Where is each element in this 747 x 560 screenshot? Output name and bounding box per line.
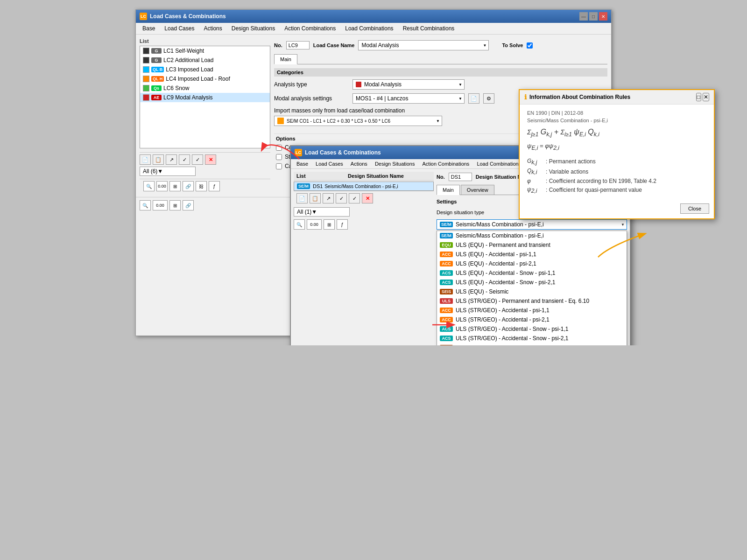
menu-design-situations[interactable]: Design Situations: [227, 23, 280, 34]
info-maximize-btn[interactable]: □: [696, 93, 701, 101]
menu-load-combinations[interactable]: Load Combinations: [340, 23, 398, 34]
inner-grid2-btn[interactable]: ⊞: [324, 219, 335, 230]
check2-btn[interactable]: ✓: [192, 154, 203, 165]
bottom-icon-toolbar: 🔍 0.00 ⊞ 🔗 ⛓ ƒ: [140, 179, 270, 193]
dropdown-item-acs4[interactable]: ACS ULS (STR/GEO) - Accidental - Snow - …: [437, 334, 627, 343]
inner-menu-design-situations[interactable]: Design Situations: [371, 159, 419, 168]
new-item-btn[interactable]: 📄: [140, 154, 151, 165]
dropdown-item-equ[interactable]: EQU ULS (EQU) - Permanent and transient: [437, 240, 627, 250]
info-formula1: Σj≥1 Gk,j + Σi≥1 ψE,i Qk,i: [527, 128, 706, 138]
inner-export-btn[interactable]: ↗: [323, 193, 334, 203]
selected-type-combo[interactable]: SE/M Seismic/Mass Combination - psi-E,i …: [437, 219, 627, 230]
list-item[interactable]: Qs LC6 Snow: [140, 84, 270, 93]
main-search-btn[interactable]: 🔍: [140, 200, 151, 210]
inner-delete-btn[interactable]: ✕: [362, 193, 373, 203]
dropdown-item-acc4[interactable]: ACC ULS (STR/GEO) - Accidental - psi-2,1: [437, 315, 627, 324]
import-dropdown[interactable]: SE/M CO1 - LC1 + LC2 + 0.30 * LC3 + 0.50…: [274, 116, 442, 126]
menu-action-combinations[interactable]: Action Combinations: [280, 23, 340, 34]
copy-item-btn[interactable]: 📋: [153, 154, 164, 165]
chain-btn[interactable]: ⛓: [196, 181, 207, 191]
ds-item-id: DS1: [313, 183, 323, 189]
swatch-lc3: [143, 66, 149, 73]
main-grid-btn[interactable]: ⊞: [169, 200, 181, 210]
lc2-name: LC2 Additional Load: [163, 57, 213, 63]
inner-filter-label: All (1): [297, 209, 311, 215]
list-item-selected[interactable]: AE LC9 Modal Analysis: [140, 93, 270, 102]
tag-lc9: AE: [151, 95, 162, 100]
inner-copy-btn[interactable]: 📋: [310, 193, 321, 203]
inner-tab-main[interactable]: Main: [437, 185, 460, 195]
maximize-button[interactable]: □: [589, 12, 598, 21]
minimize-button[interactable]: —: [579, 12, 588, 21]
inner-search-btn[interactable]: 🔍: [294, 219, 305, 230]
to-solve-checkbox[interactable]: [527, 42, 533, 49]
left-panel: List G LC1 Self-Weight G LC2 Additional …: [140, 38, 270, 193]
modal-settings-edit[interactable]: 📄: [468, 93, 479, 104]
list-item[interactable]: QL B LC3 Imposed Load: [140, 65, 270, 74]
close-button[interactable]: ✕: [599, 12, 607, 21]
dropdown-item-acc1[interactable]: ACC ULS (EQU) - Accidental - psi-1,1: [437, 250, 627, 259]
dropdown-item-seis2[interactable]: SEIS ULS (STR/GEO) - Seismic: [437, 343, 627, 345]
inner-new-btn[interactable]: 📄: [296, 193, 308, 203]
grid-btn[interactable]: ⊞: [169, 181, 181, 191]
dropdown-item-acc3[interactable]: ACC ULS (STR/GEO) - Accidental - psi-1,1: [437, 306, 627, 315]
inner-check-btn[interactable]: ✓: [336, 193, 347, 203]
load-case-name-dropdown[interactable]: Modal Analysis ▼: [358, 40, 489, 50]
ds-list-item[interactable]: SE/M DS1 Seismic/Mass Combination - psi-…: [294, 182, 433, 190]
inner-icon-toolbar: 🔍 0.00 ⊞ ƒ: [294, 219, 434, 230]
modal-settings-dropdown[interactable]: MOS1 - #4 | Lanczos ▼: [352, 93, 465, 104]
dropdown-item-sem1[interactable]: SE/M Seismic/Mass Combination - psi-E,i: [437, 231, 627, 240]
inner-filter-dropdown[interactable]: All (1) ▼: [294, 207, 350, 217]
dropdown-item-acs3[interactable]: ACS ULS (STR/GEO) - Accidental - Snow - …: [437, 324, 627, 334]
dropdown-item-uls[interactable]: ULS ULS (STR/GEO) - Permanent and transi…: [437, 296, 627, 306]
dropdown-item-seis1[interactable]: SEIS ULS (EQU) - Seismic: [437, 287, 627, 296]
conserv-checkbox[interactable]: [276, 145, 282, 151]
menu-load-cases[interactable]: Load Cases: [160, 23, 199, 34]
import-value: SE/M CO1 - LC1 + LC2 + 0.30 * LC3 + 0.50…: [287, 119, 390, 124]
inner-num-btn[interactable]: 0.00: [307, 219, 322, 230]
inner-no-input[interactable]: [449, 173, 472, 181]
inner-tab-overview[interactable]: Overview: [461, 185, 494, 195]
inner-menu-actions[interactable]: Actions: [347, 159, 371, 168]
info-close-btn[interactable]: ✕: [703, 93, 709, 101]
lc6-name: LC6 Snow: [163, 85, 189, 91]
inner-menu-action-combinations[interactable]: Action Combinations: [418, 159, 473, 168]
delete-btn[interactable]: ✕: [205, 154, 216, 165]
menu-actions[interactable]: Actions: [199, 23, 226, 34]
dropdown-item-acs2[interactable]: ACS ULS (EQU) - Accidental - Snow - psi-…: [437, 278, 627, 287]
main-link-btn[interactable]: 🔗: [183, 200, 194, 210]
inner-menu-load-combinations[interactable]: Load Combinations: [473, 159, 525, 168]
link-btn[interactable]: 🔗: [183, 181, 194, 191]
inner-menu-load-cases[interactable]: Load Cases: [312, 159, 347, 168]
tab-main[interactable]: Main: [274, 54, 297, 64]
filter-dropdown[interactable]: All (6) ▼: [140, 167, 196, 176]
title-icon: LC: [140, 13, 147, 20]
main-numeric-btn[interactable]: 0.00: [153, 200, 168, 210]
inner-check2-btn[interactable]: ✓: [349, 193, 360, 203]
dropdown-item-acc2[interactable]: ACC ULS (EQU) - Accidental - psi-2,1: [437, 259, 627, 268]
function-btn[interactable]: ƒ: [209, 181, 220, 191]
swatch-lc9: [143, 94, 149, 101]
tag-lc1: G: [151, 48, 162, 54]
list-item[interactable]: QL H LC4 Imposed Load - Roof: [140, 74, 270, 84]
dropdown-item-acs1[interactable]: ACS ULS (EQU) - Accidental - Snow - psi-…: [437, 268, 627, 278]
modal-settings-config[interactable]: ⚙: [483, 93, 494, 104]
list-label: List: [140, 38, 270, 44]
check-btn[interactable]: ✓: [179, 154, 190, 165]
list-item[interactable]: G LC1 Self-Weight: [140, 46, 270, 56]
numeric-btn[interactable]: 0.00: [156, 181, 168, 191]
struct-checkbox[interactable]: [276, 154, 282, 160]
lc1-name: LC1 Self-Weight: [163, 48, 204, 54]
legend-symbol-qk: Qk,i: [527, 167, 546, 176]
menu-result-combinations[interactable]: Result Combinations: [398, 23, 459, 34]
menu-base[interactable]: Base: [138, 23, 160, 34]
analysis-type-dropdown[interactable]: Modal Analysis ▼: [352, 79, 465, 90]
search-icon-btn[interactable]: 🔍: [143, 181, 155, 191]
info-close-button[interactable]: Close: [680, 203, 709, 214]
calc-checkbox[interactable]: [276, 163, 282, 169]
inner-func-btn[interactable]: ƒ: [337, 219, 348, 230]
inner-menu-base[interactable]: Base: [293, 159, 312, 168]
list-item[interactable]: G LC2 Additional Load: [140, 56, 270, 65]
export-btn[interactable]: ↗: [166, 154, 177, 165]
no-input[interactable]: [286, 41, 310, 49]
